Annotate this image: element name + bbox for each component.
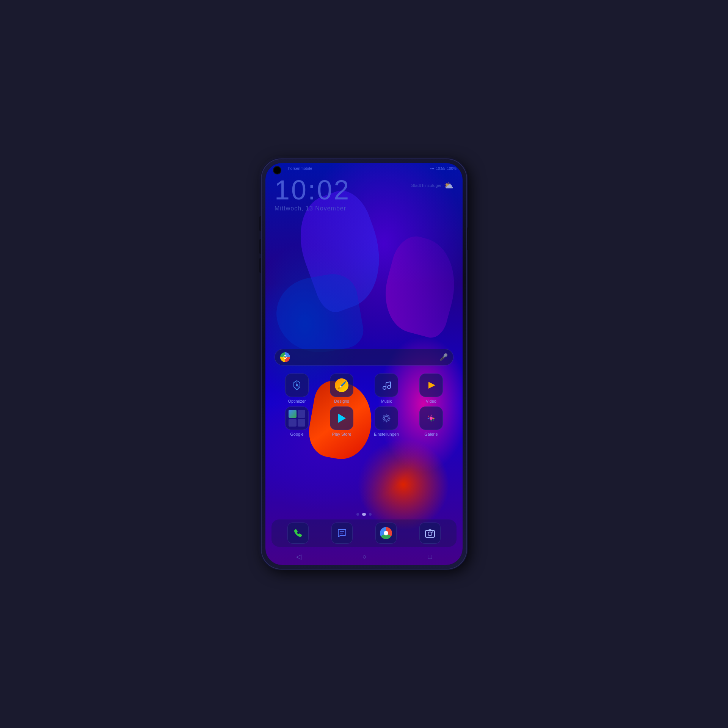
dock-phone[interactable] <box>287 522 309 544</box>
nav-home[interactable]: ○ <box>362 553 367 561</box>
svg-point-10 <box>430 417 433 420</box>
galerie-icon <box>419 406 443 430</box>
svg-rect-13 <box>425 530 435 537</box>
phone-screen: horsenmobile ▪▪▪ 10:55 100% 10:02 Stadt … <box>265 163 463 565</box>
svg-marker-7 <box>338 414 346 423</box>
video-icon <box>419 373 443 397</box>
musik-label: Musik <box>381 399 392 403</box>
app-item-galerie[interactable]: Galerie <box>414 406 448 436</box>
status-right: ▪▪▪ 10:55 100% <box>430 166 457 171</box>
einstellungen-label: Einstellungen <box>374 432 399 436</box>
app-item-google[interactable]: Google <box>280 406 314 436</box>
svg-line-5 <box>386 382 391 383</box>
time-text: 10:55 <box>436 166 445 171</box>
dock <box>271 519 457 547</box>
dock-chrome[interactable] <box>375 522 397 544</box>
brush-icon: 🖌️ <box>335 378 348 392</box>
google-label: Google <box>290 432 303 436</box>
app-item-musik[interactable]: Musik <box>369 373 403 403</box>
camera-hole <box>274 167 281 174</box>
nav-recent[interactable]: □ <box>428 553 432 561</box>
phone-device: horsenmobile ▪▪▪ 10:55 100% 10:02 Stadt … <box>262 159 466 569</box>
dock-messages[interactable] <box>331 522 353 544</box>
page-dots <box>265 513 463 516</box>
play-store-icon <box>330 406 353 430</box>
clock-time: 10:02 <box>275 176 453 204</box>
signal-icon: ▪▪▪ <box>430 166 435 171</box>
city-label: Stadt hinzufügen <box>411 183 442 188</box>
page-dot-3 <box>369 513 372 516</box>
app-item-designs[interactable]: 🖌️ Designs <box>325 373 359 403</box>
galerie-label: Galerie <box>424 432 438 436</box>
page-dot-1 <box>356 513 359 516</box>
app-item-optimizer[interactable]: Optimizer <box>280 373 314 403</box>
designs-label: Designs <box>334 399 349 403</box>
app-grid: Optimizer 🖌️ Designs <box>275 373 453 439</box>
app-item-einstellungen[interactable]: Einstellungen <box>369 406 403 436</box>
svg-point-2 <box>388 386 391 389</box>
settings-icon <box>375 406 398 430</box>
svg-point-1 <box>383 386 386 389</box>
play-store-label: Play Store <box>332 432 351 436</box>
search-bar[interactable]: G 🎤 <box>275 349 453 366</box>
weather-icon: ⛅ <box>444 181 453 190</box>
designs-icon: 🖌️ <box>330 373 353 397</box>
clock-weather: Stadt hinzufügen ⛅ <box>411 181 453 190</box>
app-item-play-store[interactable]: Play Store <box>325 406 359 436</box>
musik-icon <box>375 373 398 397</box>
svg-point-8 <box>384 416 388 420</box>
chrome-icon <box>380 527 392 539</box>
optimizer-icon <box>285 373 309 397</box>
svg-marker-6 <box>428 382 435 389</box>
optimizer-label: Optimizer <box>288 399 306 403</box>
app-row-1: Optimizer 🖌️ Designs <box>275 373 453 403</box>
clock-date: Mittwoch, 13 November <box>275 205 453 212</box>
app-item-video[interactable]: Video <box>414 373 448 403</box>
clock-area: 10:02 Stadt hinzufügen ⛅ Mittwoch, 13 No… <box>275 176 453 212</box>
svg-point-14 <box>428 532 432 536</box>
google-folder-icon <box>285 406 309 430</box>
page-dot-2 <box>362 513 366 516</box>
carrier-text: horsenmobile <box>288 166 312 171</box>
video-label: Video <box>426 399 436 403</box>
google-g-icon: G <box>280 352 290 362</box>
svg-point-15 <box>432 532 433 533</box>
svg-point-0 <box>296 384 298 386</box>
dock-camera[interactable] <box>419 522 441 544</box>
nav-bar: ◁ ○ □ <box>265 548 463 565</box>
app-row-2: Google Play Store <box>275 406 453 436</box>
battery-text: 100% <box>447 166 457 171</box>
mic-icon[interactable]: 🎤 <box>439 353 448 361</box>
status-bar: horsenmobile ▪▪▪ 10:55 100% <box>265 163 463 174</box>
nav-back[interactable]: ◁ <box>296 552 301 561</box>
